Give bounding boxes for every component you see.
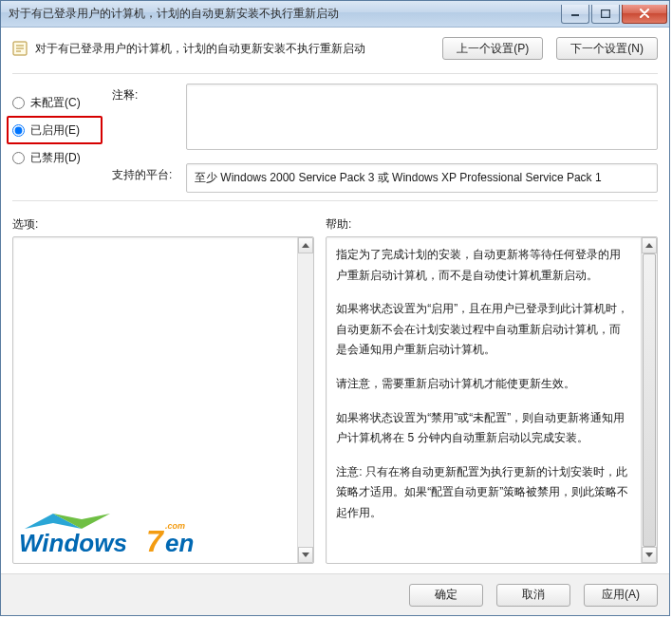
- section-headers: 选项: 帮助:: [12, 216, 658, 233]
- titlebar[interactable]: 对于有已登录用户的计算机，计划的自动更新安装不执行重新启动: [1, 1, 669, 28]
- header-row: 对于有已登录用户的计算机，计划的自动更新安装不执行重新启动 上一个设置(P) 下…: [12, 37, 658, 60]
- radio-disabled-label: 已禁用(D): [30, 150, 81, 166]
- help-paragraph: 指定为了完成计划的安装，自动更新将等待任何登录的用户重新启动计算机，而不是自动使…: [336, 245, 631, 286]
- scroll-up-button[interactable]: [298, 237, 313, 253]
- maximize-icon: [601, 9, 610, 18]
- content-area: 对于有已登录用户的计算机，计划的自动更新安装不执行重新启动 上一个设置(P) 下…: [1, 28, 669, 573]
- scroll-down-button[interactable]: [298, 547, 313, 563]
- comment-input[interactable]: [186, 84, 658, 150]
- scroll-thumb[interactable]: [643, 253, 656, 547]
- radio-enabled-label: 已启用(E): [30, 122, 80, 139]
- state-radios: 未配置(C) 已启用(E) 已禁用(D): [12, 84, 103, 193]
- previous-setting-button[interactable]: 上一个设置(P): [442, 37, 543, 60]
- options-scrollbar[interactable]: [297, 237, 313, 563]
- dialog-footer: 确定 取消 应用(A): [1, 573, 669, 615]
- minimize-icon: [570, 9, 580, 17]
- svg-rect-0: [571, 14, 579, 16]
- radio-not-configured-input[interactable]: [12, 97, 25, 109]
- radio-enabled-input[interactable]: [12, 124, 25, 137]
- options-label: 选项:: [12, 216, 314, 233]
- platform-label: 支持的平台:: [112, 163, 178, 183]
- help-paragraph: 注意: 只有在将自动更新配置为执行更新的计划安装时，此策略才适用。如果“配置自动…: [336, 462, 631, 524]
- radio-disabled[interactable]: 已禁用(D): [12, 144, 103, 171]
- maximize-button[interactable]: [591, 5, 620, 24]
- panels: Windows 7 en .com 指定为了完成计划的安装，自动更新将等待任何登…: [12, 236, 658, 564]
- scroll-up-button[interactable]: [642, 237, 657, 253]
- radio-enabled[interactable]: 已启用(E): [7, 116, 103, 144]
- apply-button[interactable]: 应用(A): [584, 584, 658, 607]
- options-panel: Windows 7 en .com: [12, 236, 314, 564]
- svg-text:Windows: Windows: [19, 529, 127, 557]
- chevron-down-icon: [645, 552, 653, 557]
- chevron-down-icon: [302, 552, 309, 557]
- scroll-track[interactable]: [298, 253, 313, 547]
- radio-disabled-input[interactable]: [12, 152, 25, 164]
- help-content: 指定为了完成计划的安装，自动更新将等待任何登录的用户重新启动计算机，而不是自动使…: [327, 237, 641, 563]
- scroll-track[interactable]: [642, 253, 657, 547]
- policy-icon: [12, 41, 28, 56]
- window-controls: [559, 5, 667, 24]
- upper-panel: 未配置(C) 已启用(E) 已禁用(D) 注释: 支持的平台:: [12, 84, 658, 193]
- chevron-up-icon: [302, 243, 309, 248]
- help-paragraph: 请注意，需要重新启动计算机才能使更新生效。: [336, 374, 631, 395]
- close-icon: [639, 9, 650, 18]
- svg-text:7: 7: [146, 524, 165, 557]
- chevron-up-icon: [645, 243, 653, 248]
- svg-text:en: en: [165, 529, 194, 557]
- help-paragraph: 如果将状态设置为“启用”，且在用户已登录到此计算机时，自动更新不会在计划安装过程…: [336, 299, 631, 361]
- dialog-window: 对于有已登录用户的计算机，计划的自动更新安装不执行重新启动 对于有已登录用户的计…: [0, 0, 670, 616]
- close-button[interactable]: [622, 5, 667, 24]
- radio-not-configured-label: 未配置(C): [30, 95, 81, 111]
- help-paragraph: 如果将状态设置为“禁用”或“未配置”，则自动更新将通知用户计算机将在 5 分钟内…: [336, 408, 631, 449]
- help-label: 帮助:: [326, 216, 658, 233]
- watermark-logo: Windows 7 en .com: [19, 510, 218, 557]
- divider: [12, 200, 658, 201]
- fields: 注释: 支持的平台: 至少 Windows 2000 Service Pack …: [112, 84, 658, 193]
- comment-field: 注释:: [112, 84, 658, 150]
- comment-label: 注释:: [112, 84, 178, 103]
- svg-text:.com: .com: [165, 521, 185, 531]
- minimize-button[interactable]: [561, 5, 589, 24]
- radio-not-configured[interactable]: 未配置(C): [12, 89, 103, 116]
- window-title: 对于有已登录用户的计算机，计划的自动更新安装不执行重新启动: [1, 6, 559, 22]
- platform-field: 支持的平台: 至少 Windows 2000 Service Pack 3 或 …: [112, 163, 658, 193]
- platform-value: 至少 Windows 2000 Service Pack 3 或 Windows…: [186, 163, 658, 193]
- divider: [12, 73, 658, 74]
- help-panel: 指定为了完成计划的安装，自动更新将等待任何登录的用户重新启动计算机，而不是自动使…: [326, 236, 658, 564]
- svg-rect-1: [602, 9, 610, 17]
- scroll-down-button[interactable]: [642, 547, 657, 563]
- options-content: Windows 7 en .com: [13, 237, 297, 563]
- ok-button[interactable]: 确定: [409, 584, 483, 607]
- cancel-button[interactable]: 取消: [496, 584, 570, 607]
- next-setting-button[interactable]: 下一个设置(N): [556, 37, 658, 60]
- help-scrollbar[interactable]: [641, 237, 657, 563]
- policy-title: 对于有已登录用户的计算机，计划的自动更新安装不执行重新启动: [35, 41, 435, 57]
